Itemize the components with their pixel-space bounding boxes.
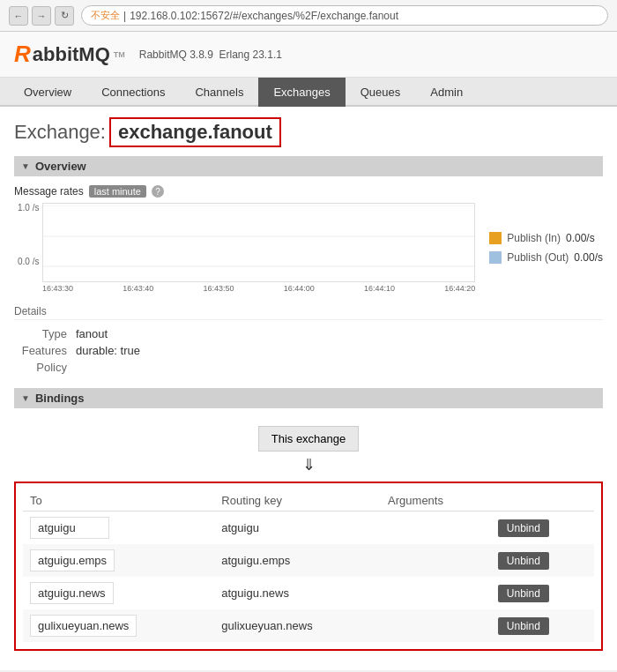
col-actions [491, 490, 594, 511]
this-exchange-button[interactable]: This exchange [258, 426, 360, 452]
details-key-policy: Policy [14, 361, 76, 374]
details-key-features: Features [14, 344, 76, 357]
chart-area: 1.0 /s 0.0 /s 16:43:30 16:43:40 16 [14, 203, 603, 293]
tab-overview[interactable]: Overview [9, 78, 86, 107]
message-rates-label: Message rates last minute ? [14, 185, 603, 198]
col-to: To [23, 490, 214, 511]
arguments-cell-3 [381, 577, 491, 609]
unbind-button-1[interactable]: Unbind [498, 519, 549, 537]
chart-wrapper: 1.0 /s 0.0 /s [42, 203, 475, 282]
nav-tabs: Overview Connections Channels Exchanges … [0, 78, 617, 107]
to-cell-4: gulixueyuan.news [23, 609, 214, 642]
bindings-collapse-icon: ▼ [21, 393, 30, 403]
arrow-down-icon: ⇓ [14, 455, 603, 474]
legend-publish-in: Publish (In) 0.00/s [489, 232, 603, 244]
tab-channels[interactable]: Channels [180, 78, 258, 107]
bindings-content: This exchange ⇓ To Routing key Arguments… [14, 417, 603, 660]
exchange-label: Exchange: [14, 121, 106, 144]
unbind-button-3[interactable]: Unbind [498, 585, 549, 602]
overview-section-header[interactable]: ▼ Overview [14, 156, 603, 176]
chart-x-labels: 16:43:30 16:43:40 16:43:50 16:44:00 16:4… [42, 284, 475, 293]
rmq-logo: RabbitMQTM [14, 41, 125, 68]
legend-publish-in-label: Publish (In) [507, 232, 561, 244]
legend-publish-in-color [489, 232, 502, 244]
overview-content: Message rates last minute ? 1.0 /s 0.0 /… [14, 185, 603, 293]
routing-key-cell-3: atguigu.news [214, 577, 381, 609]
overview-collapse-icon: ▼ [21, 161, 30, 171]
tab-admin[interactable]: Admin [415, 78, 478, 107]
details-table: Type fanout Features durable: true Polic… [14, 325, 603, 376]
details-row-type: Type fanout [14, 325, 603, 342]
arguments-cell-1 [381, 511, 491, 545]
time-range-tag[interactable]: last minute [89, 185, 146, 198]
tab-exchanges[interactable]: Exchanges [258, 78, 345, 107]
details-row-policy: Policy [14, 359, 603, 376]
rmq-version: RabbitMQ 3.8.9 Erlang 23.1.1 [139, 49, 282, 61]
help-icon[interactable]: ? [152, 185, 164, 198]
legend-publish-out-label: Publish (Out) [507, 251, 569, 264]
table-row: gulixueyuan.news gulixueyuan.news Unbind [23, 609, 594, 642]
chart-y-max: 1.0 /s [18, 203, 39, 213]
bindings-section-title: Bindings [35, 392, 85, 405]
logo-rest: abbitMQ [33, 43, 110, 66]
legend-publish-out-color [489, 251, 502, 264]
details-val-features: durable: true [76, 344, 140, 357]
url-text: 192.168.0.102:15672/#/exchanges/%2F/exch… [130, 10, 398, 22]
chart-y-min: 0.0 /s [18, 257, 39, 266]
bindings-section-header[interactable]: ▼ Bindings [14, 388, 603, 408]
chart-legend: Publish (In) 0.00/s Publish (Out) 0.00/s [489, 203, 603, 293]
rmq-header: RabbitMQTM RabbitMQ 3.8.9 Erlang 23.1.1 [0, 32, 617, 78]
routing-key-cell-1: atguigu [214, 511, 381, 545]
details-key-type: Type [14, 327, 76, 340]
legend-publish-in-value: 0.00/s [566, 232, 595, 244]
to-cell-1: atguigu [23, 511, 214, 545]
details-title: Details [14, 305, 603, 320]
table-row: atguigu atguigu Unbind [23, 511, 594, 545]
page-content: Exchange: exchange.fanout ▼ Overview Mes… [0, 107, 617, 670]
col-arguments: Arguments [381, 490, 491, 511]
logo-r: R [14, 41, 31, 68]
logo-tm: TM [114, 50, 125, 59]
table-row: atguigu.emps atguigu.emps Unbind [23, 544, 594, 577]
separator: | [123, 10, 126, 22]
to-cell-2: atguigu.emps [23, 544, 214, 577]
overview-section-title: Overview [35, 160, 86, 173]
table-row: atguigu.news atguigu.news Unbind [23, 577, 594, 609]
to-cell-3: atguigu.news [23, 577, 214, 609]
tab-queues[interactable]: Queues [346, 78, 416, 107]
arguments-cell-4 [381, 609, 491, 642]
exchange-title: Exchange: exchange.fanout [14, 117, 603, 147]
unbind-button-2[interactable]: Unbind [498, 552, 549, 570]
insecure-icon: 不安全 [91, 9, 120, 22]
details-row-features: Features durable: true [14, 342, 603, 359]
tab-connections[interactable]: Connections [86, 78, 180, 107]
address-bar[interactable]: 不安全 | 192.168.0.102:15672/#/exchanges/%2… [81, 5, 608, 26]
details-val-type: fanout [76, 327, 108, 340]
col-routing-key: Routing key [214, 490, 381, 511]
arguments-cell-2 [381, 544, 491, 577]
reload-button[interactable]: ↻ [55, 6, 74, 26]
forward-button[interactable]: → [32, 6, 51, 26]
legend-publish-out: Publish (Out) 0.00/s [489, 251, 603, 264]
routing-key-cell-2: atguigu.emps [214, 544, 381, 577]
routing-key-cell-4: gulixueyuan.news [214, 609, 381, 642]
bindings-table-wrapper: To Routing key Arguments atguigu atguigu… [14, 482, 603, 651]
details-section: Details Type fanout Features durable: tr… [14, 305, 603, 376]
unbind-button-4[interactable]: Unbind [498, 617, 549, 635]
bindings-table: To Routing key Arguments atguigu atguigu… [23, 490, 594, 642]
legend-publish-out-value: 0.00/s [574, 251, 603, 264]
back-button[interactable]: ← [9, 6, 28, 26]
browser-bar: ← → ↻ 不安全 | 192.168.0.102:15672/#/exchan… [0, 0, 617, 32]
exchange-name: exchange.fanout [109, 117, 281, 147]
browser-nav: ← → ↻ [9, 6, 74, 26]
chart-section: 1.0 /s 0.0 /s 16:43:30 16:43:40 16 [14, 203, 475, 293]
chart-canvas [42, 203, 475, 282]
